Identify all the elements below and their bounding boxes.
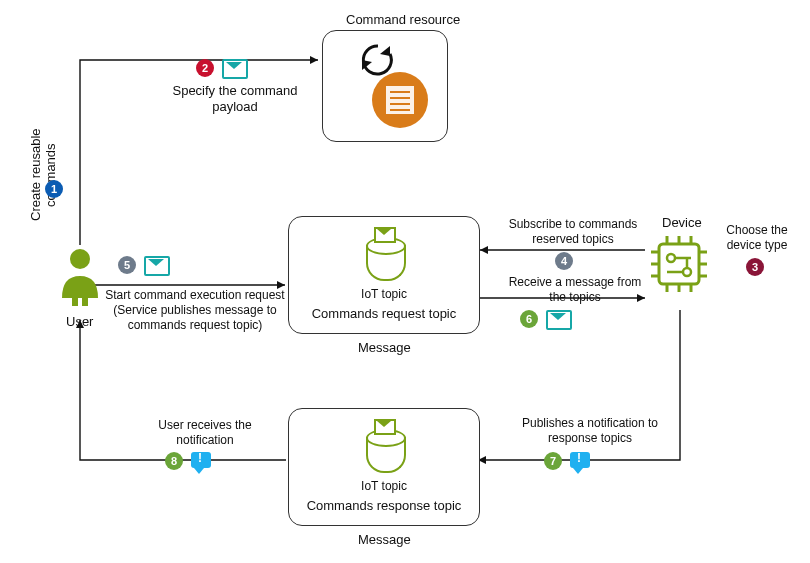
request-topic-title: Commands request topic <box>312 306 457 322</box>
step-3-label: Choose the device type <box>716 223 798 253</box>
command-resource-title: Command resource <box>346 12 460 28</box>
svg-point-22 <box>667 254 675 262</box>
step-4-badge: 4 <box>555 252 573 270</box>
step-7-label: Publishes a notification to response top… <box>515 416 665 446</box>
step-2-label: Specify the command payload <box>155 83 315 116</box>
step-5-badge: 5 <box>118 256 136 274</box>
mail-icon-step-6 <box>546 310 572 330</box>
step-2-badge: 2 <box>196 59 214 77</box>
device-node <box>647 232 711 300</box>
step-3-badge: 3 <box>746 258 764 276</box>
request-topic-icon-label: IoT topic <box>361 287 407 302</box>
mail-icon-step-5 <box>144 256 170 276</box>
svg-rect-1 <box>72 296 78 306</box>
command-resource-icon <box>330 38 440 134</box>
svg-point-0 <box>70 249 90 269</box>
step-8-label: User receives the notification <box>145 418 265 448</box>
svg-rect-9 <box>659 244 699 284</box>
mail-icon-step-2 <box>222 59 248 79</box>
step-6-label: Receive a message from the topics <box>505 275 645 305</box>
step-4-label: Subscribe to commands reserved topics <box>498 217 648 247</box>
user-label: User <box>66 314 93 330</box>
device-label: Device <box>662 215 702 231</box>
request-topic-subtitle: Message <box>358 340 411 356</box>
alert-icon-step-7 <box>570 452 590 468</box>
step-6-badge: 6 <box>520 310 538 328</box>
step-8-badge: 8 <box>165 452 183 470</box>
alert-icon-step-8 <box>191 452 211 468</box>
command-resource-box <box>322 30 448 142</box>
response-topic-box: IoT topic Commands response topic <box>288 408 480 526</box>
response-topic-title: Commands response topic <box>307 498 462 514</box>
step-7-badge: 7 <box>544 452 562 470</box>
step-1-label: Create reusable commands <box>28 115 58 235</box>
svg-rect-2 <box>82 296 88 306</box>
user-node <box>58 246 102 310</box>
step-5-label: Start command execution request (Service… <box>100 288 290 333</box>
chip-icon <box>647 232 711 296</box>
user-icon <box>58 246 102 306</box>
response-topic-subtitle: Message <box>358 532 411 548</box>
step-1-badge: 1 <box>45 180 63 198</box>
request-topic-box: IoT topic Commands request topic <box>288 216 480 334</box>
svg-point-23 <box>683 268 691 276</box>
response-topic-icon-label: IoT topic <box>361 479 407 494</box>
